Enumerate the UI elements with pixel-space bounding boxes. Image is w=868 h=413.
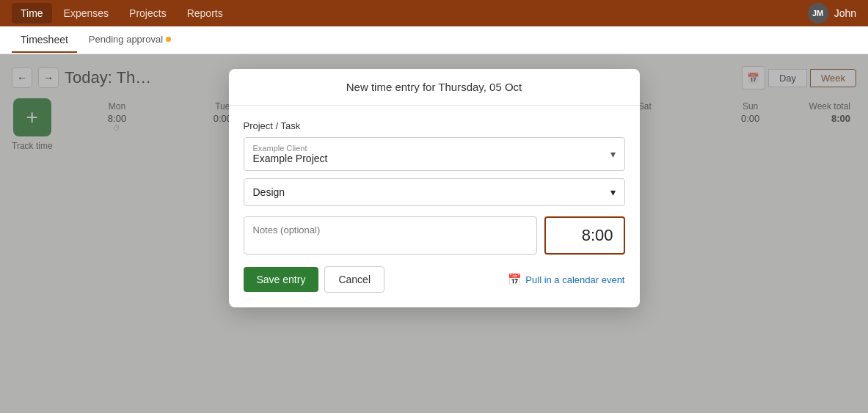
sub-navigation: Timesheet Pending approval — [0, 26, 868, 54]
project-value: Example Project — [253, 153, 616, 164]
pull-calendar-label: Pull in a calendar event — [525, 274, 624, 285]
time-value: 8:00 — [582, 226, 613, 245]
nav-links: Time Expenses Projects Reports — [12, 3, 232, 23]
task-select[interactable]: Design ▾ — [244, 178, 625, 206]
nav-item-projects[interactable]: Projects — [120, 3, 175, 23]
cancel-button[interactable]: Cancel — [324, 266, 384, 293]
nav-item-time[interactable]: Time — [12, 3, 52, 23]
new-time-entry-modal: New time entry for Thursday, 05 Oct Proj… — [229, 69, 640, 307]
pull-calendar-link[interactable]: 📅 Pull in a calendar event — [508, 273, 624, 286]
tab-timesheet[interactable]: Timesheet — [12, 28, 77, 53]
notes-time-row: 8:00 — [244, 216, 625, 255]
notes-input[interactable] — [244, 216, 537, 255]
user-area: JM John — [808, 3, 856, 23]
nav-item-reports[interactable]: Reports — [178, 3, 232, 23]
client-label: Example Client — [253, 144, 616, 153]
task-value: Design — [253, 186, 285, 198]
task-chevron-icon: ▾ — [610, 186, 616, 198]
calendar-link-icon: 📅 — [508, 273, 522, 286]
modal-overlay: New time entry for Thursday, 05 Oct Proj… — [0, 54, 868, 413]
modal-footer: Save entry Cancel 📅 Pull in a calendar e… — [244, 266, 625, 293]
avatar: JM — [808, 3, 828, 23]
top-navigation: Time Expenses Projects Reports JM John — [0, 0, 868, 26]
project-chevron-icon: ▾ — [610, 148, 616, 160]
modal-body: Project / Task Example Client Example Pr… — [229, 106, 640, 307]
user-name: John — [834, 7, 856, 19]
nav-item-expenses[interactable]: Expenses — [55, 3, 117, 23]
time-input[interactable]: 8:00 — [544, 216, 625, 255]
project-select[interactable]: Example Client Example Project ▾ — [244, 137, 625, 171]
project-task-label: Project / Task — [244, 120, 625, 131]
pending-dot-icon — [166, 37, 171, 42]
tab-pending-approval[interactable]: Pending approval — [80, 28, 180, 52]
modal-title: New time entry for Thursday, 05 Oct — [229, 69, 640, 106]
save-entry-button[interactable]: Save entry — [244, 267, 319, 292]
main-area: ← → Today: Th… 📅 Day Week + Track time M… — [0, 54, 868, 413]
